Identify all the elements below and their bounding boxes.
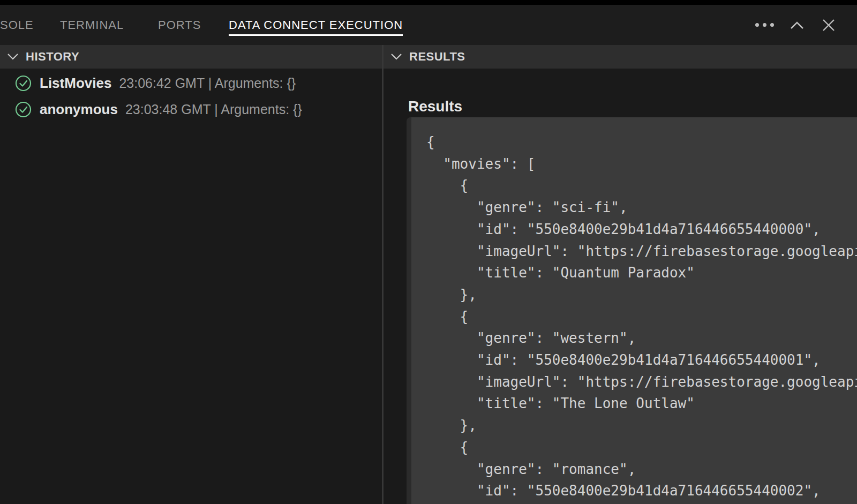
results-pane: RESULTS Results { "movies": [ { "genre":… bbox=[384, 45, 857, 504]
tab-ports[interactable]: PORTS bbox=[158, 5, 201, 45]
close-panel-icon[interactable] bbox=[818, 5, 839, 45]
success-check-icon bbox=[15, 101, 32, 118]
history-item-name: ListMovies bbox=[40, 75, 111, 92]
history-section-label: HISTORY bbox=[26, 50, 79, 64]
list-item[interactable]: anonymous 23:03:48 GMT | Arguments: {} bbox=[0, 96, 382, 123]
list-item[interactable]: ListMovies 23:06:42 GMT | Arguments: {} bbox=[0, 70, 382, 96]
history-pane: HISTORY ListMovies 23:06:42 GMT | Argume… bbox=[0, 45, 382, 504]
tab-data-connect-execution[interactable]: DATA CONNECT EXECUTION bbox=[229, 5, 403, 45]
history-item-meta: 23:06:42 GMT | Arguments: {} bbox=[119, 76, 296, 91]
panel-tab-bar: SOLE TERMINAL PORTS DATA CONNECT EXECUTI… bbox=[0, 5, 857, 45]
maximize-panel-icon[interactable] bbox=[786, 5, 808, 45]
data-connect-execution-panel: HISTORY ListMovies 23:06:42 GMT | Argume… bbox=[0, 45, 857, 504]
chevron-down-icon bbox=[7, 53, 19, 61]
success-check-icon bbox=[15, 75, 32, 92]
results-json-viewer[interactable]: { "movies": [ { "genre": "sci-fi", "id":… bbox=[407, 117, 857, 504]
results-section-label: RESULTS bbox=[409, 50, 465, 64]
tab-terminal[interactable]: TERMINAL bbox=[60, 5, 124, 45]
history-list: ListMovies 23:06:42 GMT | Arguments: {} … bbox=[0, 69, 382, 123]
more-actions-icon[interactable] bbox=[753, 5, 776, 45]
chevron-down-icon bbox=[390, 53, 402, 61]
history-section-header[interactable]: HISTORY bbox=[0, 45, 382, 69]
tab-console[interactable]: SOLE bbox=[0, 5, 34, 45]
history-item-name: anonymous bbox=[40, 101, 118, 118]
history-item-meta: 23:03:48 GMT | Arguments: {} bbox=[125, 102, 302, 117]
results-title: Results bbox=[408, 98, 462, 115]
results-section-header[interactable]: RESULTS bbox=[384, 45, 857, 69]
results-json-text: { "movies": [ { "genre": "sci-fi", "id":… bbox=[411, 117, 857, 502]
editor-area-edge bbox=[0, 0, 857, 5]
